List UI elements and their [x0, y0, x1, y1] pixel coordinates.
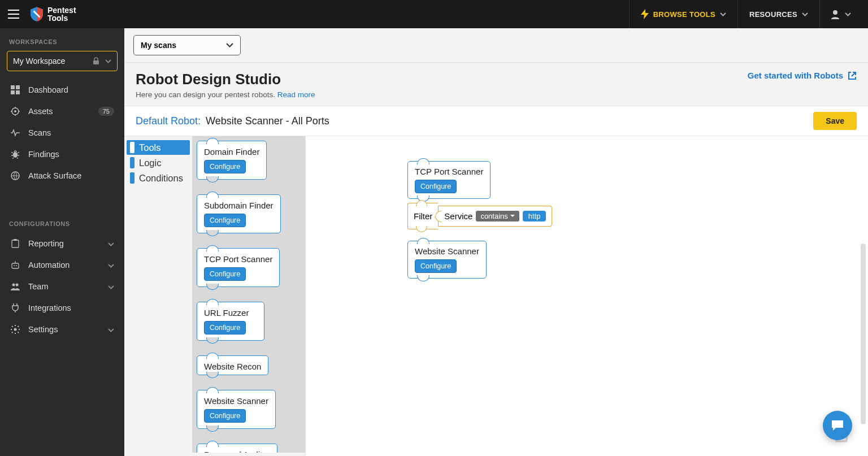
sidebar-item-attack-surface[interactable]: Attack Surface — [0, 165, 124, 186]
page-title-row: Robot Design Studio Here you can design … — [124, 63, 868, 106]
svg-point-13 — [14, 265, 15, 266]
configure-button[interactable]: Configure — [204, 267, 246, 281]
browse-tools-button[interactable]: BROWSE TOOLS — [629, 0, 737, 28]
svg-point-14 — [16, 265, 17, 266]
gear-icon — [11, 325, 20, 334]
palette-tab-logic[interactable]: Logic — [127, 155, 190, 170]
resources-button[interactable]: RESOURCES — [737, 0, 819, 28]
globe-icon — [11, 171, 20, 180]
palette-tab-conditions[interactable]: Conditions — [127, 171, 190, 185]
chevron-down-icon — [108, 242, 114, 246]
sidebar-item-settings[interactable]: Settings — [0, 319, 124, 340]
get-started-link[interactable]: Get started with Robots — [748, 71, 857, 80]
workspace-selector[interactable]: My Workspace — [7, 51, 118, 71]
svg-rect-4 — [11, 90, 15, 94]
http-chip[interactable]: http — [523, 211, 546, 222]
tool-block[interactable]: Website Recon — [197, 355, 268, 375]
content-area: My scans Robot Design Studio Here you ca… — [124, 28, 868, 456]
grid-icon — [11, 85, 20, 94]
hamburger-menu-button[interactable] — [7, 7, 20, 21]
scans-select[interactable]: My scans — [133, 35, 241, 55]
sidebar-item-dashboard[interactable]: Dashboard — [0, 79, 124, 101]
sidebar: WORKSPACES My Workspace Dashboard Assets… — [0, 28, 124, 456]
external-link-icon — [848, 71, 857, 80]
brand-text: Pentest Tools — [47, 6, 76, 22]
chevron-down-icon — [720, 12, 726, 16]
save-button[interactable]: Save — [813, 112, 857, 130]
tool-block[interactable]: Password Auditor — [197, 444, 277, 453]
chevron-down-icon — [226, 43, 233, 47]
canvas-filter-block[interactable]: Filter Service contains http — [407, 203, 552, 229]
chevron-down-icon — [845, 12, 851, 16]
tool-block[interactable]: TCP Port Scanner Configure — [197, 248, 280, 287]
target-icon — [11, 107, 20, 116]
canvas-block-website-scanner[interactable]: Website Scanner Configure — [407, 241, 487, 279]
canvas-block-tcp-port-scanner[interactable]: TCP Port Scanner Configure — [407, 161, 491, 199]
service-label: Service — [444, 211, 472, 221]
svg-rect-10 — [12, 240, 19, 247]
tool-block[interactable]: Website Scanner Configure — [197, 390, 276, 429]
topbar: My scans — [124, 28, 868, 63]
svg-rect-1 — [93, 60, 99, 64]
caret-down-icon — [510, 215, 515, 218]
chat-bubble-button[interactable] — [823, 411, 852, 440]
chevron-down-icon — [105, 59, 111, 63]
robot-name: Website Scanner - All Ports — [203, 115, 329, 127]
svg-point-0 — [833, 10, 837, 15]
bolt-icon — [641, 9, 649, 19]
chevron-down-icon — [108, 264, 114, 268]
configure-button[interactable]: Configure — [204, 160, 246, 173]
activity-icon — [11, 128, 20, 137]
read-more-link[interactable]: Read more — [277, 90, 315, 99]
brand-logo[interactable]: Pentest Tools — [31, 6, 76, 22]
lock-icon — [93, 57, 99, 65]
account-menu-button[interactable] — [819, 0, 861, 28]
plug-icon — [11, 303, 19, 312]
tool-block[interactable]: Subdomain Finder Configure — [197, 194, 281, 233]
shield-icon — [31, 7, 43, 21]
svg-rect-2 — [11, 85, 15, 89]
sidebar-item-assets[interactable]: Assets 75 — [0, 101, 124, 122]
svg-point-17 — [14, 328, 17, 331]
tool-block[interactable]: Domain Finder Configure — [197, 141, 267, 180]
svg-point-16 — [16, 284, 19, 286]
sidebar-item-integrations[interactable]: Integrations — [0, 297, 124, 319]
svg-rect-11 — [14, 239, 17, 241]
svg-point-7 — [14, 110, 16, 112]
bug-icon — [11, 150, 20, 159]
design-canvas[interactable]: TCP Port Scanner Configure Filter Servic… — [305, 136, 868, 456]
filter-label: Filter — [407, 203, 438, 229]
configure-button[interactable]: Configure — [204, 409, 246, 423]
clipboard-icon — [11, 239, 19, 248]
configurations-label: CONFIGURATIONS — [0, 220, 124, 233]
assets-count-badge: 75 — [98, 107, 114, 116]
svg-rect-5 — [16, 90, 20, 94]
sidebar-item-automation[interactable]: Automation — [0, 254, 124, 276]
robot-header: Default Robot: Website Scanner - All Por… — [124, 106, 868, 136]
page-subtitle: Here you can design your pentest robots.… — [136, 90, 315, 99]
tool-block[interactable]: URL Fuzzer Configure — [197, 302, 264, 341]
app-header: Pentest Tools BROWSE TOOLS RESOURCES — [0, 0, 868, 28]
team-icon — [11, 283, 20, 290]
block-palette: Tools Logic Conditions Domain Finder Con… — [124, 136, 305, 456]
svg-point-8 — [13, 152, 18, 158]
sidebar-item-scans[interactable]: Scans — [0, 122, 124, 144]
palette-tab-tools[interactable]: Tools — [127, 140, 190, 155]
sidebar-item-team[interactable]: Team — [0, 276, 124, 297]
configure-button[interactable]: Configure — [415, 259, 457, 273]
robot-prefix: Default Robot: — [136, 115, 201, 127]
canvas-scrollbar[interactable] — [861, 244, 866, 424]
svg-rect-12 — [12, 263, 19, 268]
configure-button[interactable]: Configure — [204, 214, 246, 227]
robot-icon — [11, 261, 20, 269]
sidebar-item-reporting[interactable]: Reporting — [0, 233, 124, 254]
svg-point-15 — [12, 284, 15, 286]
palette-items-list[interactable]: Domain Finder Configure Subdomain Finder… — [192, 136, 305, 453]
chat-icon — [830, 419, 845, 432]
chevron-down-icon — [108, 285, 114, 289]
contains-dropdown[interactable]: contains — [476, 211, 519, 222]
configure-button[interactable]: Configure — [204, 321, 246, 335]
page-title: Robot Design Studio — [136, 71, 315, 88]
sidebar-item-findings[interactable]: Findings — [0, 144, 124, 165]
configure-button[interactable]: Configure — [415, 180, 457, 193]
